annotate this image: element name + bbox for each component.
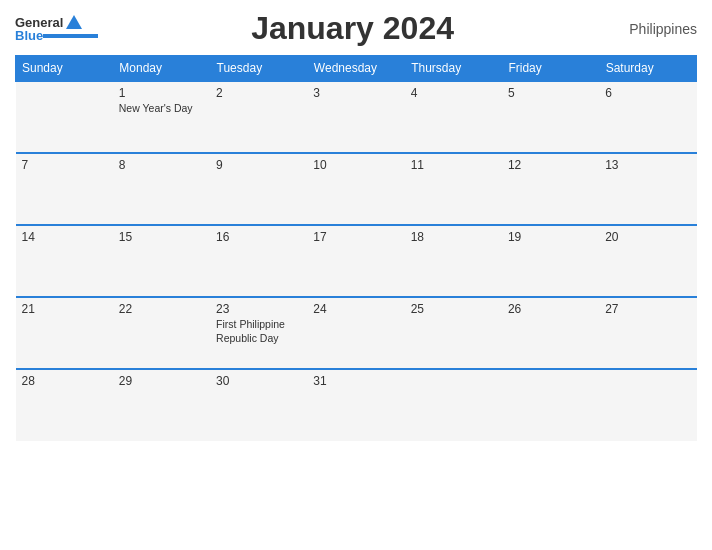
day-number: 11 (411, 158, 496, 172)
calendar-cell: 30 (210, 369, 307, 441)
calendar-cell (405, 369, 502, 441)
day-number: 19 (508, 230, 593, 244)
day-number: 23 (216, 302, 301, 316)
day-number: 29 (119, 374, 204, 388)
calendar-cell: 19 (502, 225, 599, 297)
month-title: January 2024 (98, 10, 607, 47)
calendar-cell: 9 (210, 153, 307, 225)
calendar-cell: 28 (16, 369, 113, 441)
calendar-cell: 25 (405, 297, 502, 369)
calendar-cell: 13 (599, 153, 696, 225)
day-number: 12 (508, 158, 593, 172)
calendar-cell (16, 81, 113, 153)
calendar-cell: 26 (502, 297, 599, 369)
day-number: 4 (411, 86, 496, 100)
day-number: 9 (216, 158, 301, 172)
calendar-cell: 5 (502, 81, 599, 153)
day-number: 10 (313, 158, 398, 172)
calendar-cell: 3 (307, 81, 404, 153)
weekday-header-row: SundayMondayTuesdayWednesdayThursdayFrid… (16, 56, 697, 82)
calendar-cell: 2 (210, 81, 307, 153)
day-number: 24 (313, 302, 398, 316)
day-number: 25 (411, 302, 496, 316)
calendar-cell: 11 (405, 153, 502, 225)
calendar-cell: 4 (405, 81, 502, 153)
holiday-name: New Year's Day (119, 102, 204, 116)
weekday-header-sunday: Sunday (16, 56, 113, 82)
logo-triangle-icon (66, 15, 82, 29)
weekday-header-thursday: Thursday (405, 56, 502, 82)
day-number: 6 (605, 86, 690, 100)
day-number: 2 (216, 86, 301, 100)
day-number: 13 (605, 158, 690, 172)
calendar-cell: 23First Philippine Republic Day (210, 297, 307, 369)
calendar-cell: 24 (307, 297, 404, 369)
weekday-header-saturday: Saturday (599, 56, 696, 82)
logo-blue: Blue (15, 28, 43, 43)
calendar-cell (502, 369, 599, 441)
day-number: 1 (119, 86, 204, 100)
day-number: 18 (411, 230, 496, 244)
day-number: 22 (119, 302, 204, 316)
calendar-cell: 8 (113, 153, 210, 225)
logo-blue-bar (43, 34, 98, 38)
logo: General Blue (15, 15, 98, 43)
calendar-cell: 16 (210, 225, 307, 297)
calendar-cell: 21 (16, 297, 113, 369)
calendar-cell: 18 (405, 225, 502, 297)
day-number: 3 (313, 86, 398, 100)
calendar-cell: 29 (113, 369, 210, 441)
calendar-cell: 22 (113, 297, 210, 369)
calendar-cell: 14 (16, 225, 113, 297)
day-number: 5 (508, 86, 593, 100)
day-number: 7 (22, 158, 107, 172)
calendar-container: General Blue January 2024 Philippines Su… (0, 0, 712, 550)
calendar-table: SundayMondayTuesdayWednesdayThursdayFrid… (15, 55, 697, 441)
calendar-week-3: 14151617181920 (16, 225, 697, 297)
day-number: 26 (508, 302, 593, 316)
calendar-week-4: 212223First Philippine Republic Day24252… (16, 297, 697, 369)
day-number: 8 (119, 158, 204, 172)
calendar-cell: 1New Year's Day (113, 81, 210, 153)
calendar-cell: 12 (502, 153, 599, 225)
calendar-cell: 31 (307, 369, 404, 441)
day-number: 20 (605, 230, 690, 244)
day-number: 27 (605, 302, 690, 316)
calendar-week-1: 1New Year's Day23456 (16, 81, 697, 153)
day-number: 21 (22, 302, 107, 316)
day-number: 16 (216, 230, 301, 244)
calendar-header: General Blue January 2024 Philippines (15, 10, 697, 47)
calendar-cell: 15 (113, 225, 210, 297)
calendar-week-2: 78910111213 (16, 153, 697, 225)
calendar-cell: 17 (307, 225, 404, 297)
calendar-cell: 20 (599, 225, 696, 297)
calendar-cell: 6 (599, 81, 696, 153)
country-label: Philippines (607, 21, 697, 37)
day-number: 15 (119, 230, 204, 244)
day-number: 28 (22, 374, 107, 388)
holiday-name: First Philippine Republic Day (216, 318, 301, 345)
day-number: 31 (313, 374, 398, 388)
weekday-header-tuesday: Tuesday (210, 56, 307, 82)
calendar-cell: 10 (307, 153, 404, 225)
weekday-header-friday: Friday (502, 56, 599, 82)
weekday-header-wednesday: Wednesday (307, 56, 404, 82)
day-number: 30 (216, 374, 301, 388)
weekday-header-monday: Monday (113, 56, 210, 82)
calendar-week-5: 28293031 (16, 369, 697, 441)
day-number: 17 (313, 230, 398, 244)
day-number: 14 (22, 230, 107, 244)
calendar-cell: 7 (16, 153, 113, 225)
calendar-cell: 27 (599, 297, 696, 369)
calendar-cell (599, 369, 696, 441)
